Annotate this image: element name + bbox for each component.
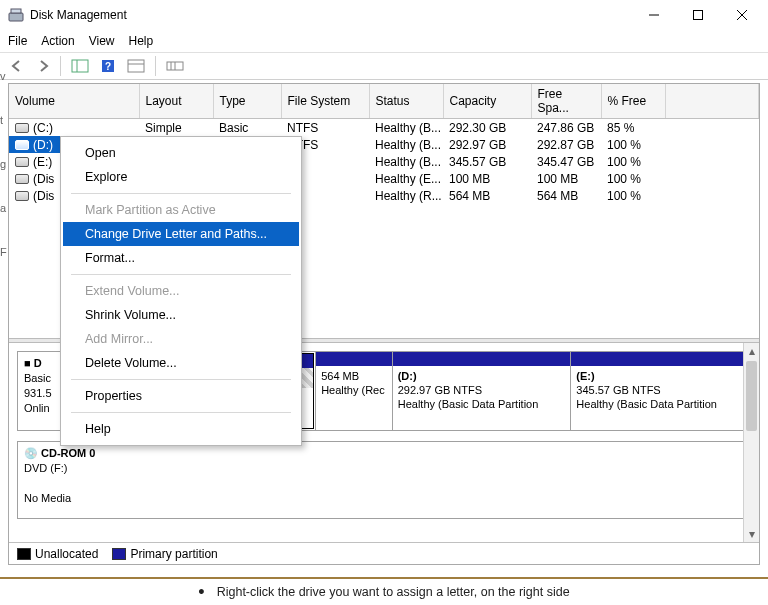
legend: Unallocated Primary partition <box>9 542 759 564</box>
ctx-shrink-volume[interactable]: Shrink Volume... <box>63 303 299 327</box>
menu-action[interactable]: Action <box>41 34 74 48</box>
cell-capacity: 292.30 GB <box>443 119 531 137</box>
ctx-change-drive-letter[interactable]: Change Drive Letter and Paths... <box>63 222 299 246</box>
disk-row-cdrom: 💿 CD-ROM 0 DVD (F:) No Media <box>17 441 751 519</box>
cell-free: 345.47 GB <box>531 153 601 170</box>
menu-bar: File Action View Help <box>0 30 768 52</box>
col-volume[interactable]: Volume <box>9 84 139 119</box>
col-filesystem[interactable]: File System <box>281 84 369 119</box>
table-row[interactable]: (C:)SimpleBasicNTFSHealthy (B...292.30 G… <box>9 119 759 137</box>
ctx-add-mirror: Add Mirror... <box>63 327 299 351</box>
nav-forward-button[interactable] <box>32 55 54 77</box>
col-capacity[interactable]: Capacity <box>443 84 531 119</box>
left-fragment: vtgaF <box>0 54 8 274</box>
minimize-button[interactable] <box>632 0 676 30</box>
partition-body: 564 MBHealthy (Rec <box>316 366 392 430</box>
partition-band <box>316 352 392 366</box>
col-status[interactable]: Status <box>369 84 443 119</box>
legend-primary-icon <box>112 548 126 560</box>
menu-help[interactable]: Help <box>129 34 154 48</box>
cell-free: 564 MB <box>531 187 601 204</box>
partition[interactable]: (E:)345.57 GB NTFSHealthy (Basic Data Pa… <box>571 352 750 430</box>
scroll-thumb[interactable] <box>746 361 757 431</box>
volume-name: (E:) <box>33 155 52 169</box>
partition-body: (D:)292.97 GB NTFSHealthy (Basic Data Pa… <box>393 366 571 430</box>
scroll-up-icon[interactable]: ▴ <box>744 343 759 359</box>
cell-pct: 100 % <box>601 136 665 153</box>
legend-unallocated: Unallocated <box>35 547 98 561</box>
disk0-title: D <box>34 357 42 369</box>
col-spacer <box>665 84 759 119</box>
app-icon <box>8 7 24 23</box>
cell-capacity: 345.57 GB <box>443 153 531 170</box>
footer-text: Right-click the drive you want to assign… <box>217 585 570 599</box>
legend-primary: Primary partition <box>130 547 217 561</box>
context-menu: Open Explore Mark Partition as Active Ch… <box>60 136 302 446</box>
cell-capacity: 564 MB <box>443 187 531 204</box>
svg-rect-1 <box>11 9 21 13</box>
ctx-format[interactable]: Format... <box>63 246 299 270</box>
ctx-explore[interactable]: Explore <box>63 165 299 189</box>
drive-icon <box>15 191 29 201</box>
volume-name: (D:) <box>33 138 53 152</box>
ctx-separator <box>71 379 291 380</box>
vertical-scrollbar[interactable]: ▴ ▾ <box>743 343 759 542</box>
col-type[interactable]: Type <box>213 84 281 119</box>
cell-free: 247.86 GB <box>531 119 601 137</box>
disk0-size: 931.5 <box>24 387 52 399</box>
cdrom-line3: No Media <box>24 492 71 504</box>
disk0-type: Basic <box>24 372 51 384</box>
col-layout[interactable]: Layout <box>139 84 213 119</box>
col-percentfree[interactable]: % Free <box>601 84 665 119</box>
ctx-mark-active: Mark Partition as Active <box>63 198 299 222</box>
footer-hint: Right-click the drive you want to assign… <box>0 577 768 605</box>
cdrom-title: CD-ROM 0 <box>41 447 95 459</box>
volume-name: (Dis <box>33 172 54 186</box>
partition[interactable]: 564 MBHealthy (Rec <box>316 352 393 430</box>
title-bar: Disk Management <box>0 0 768 30</box>
maximize-button[interactable] <box>676 0 720 30</box>
svg-rect-6 <box>72 60 88 72</box>
partition-band <box>571 352 750 366</box>
svg-rect-10 <box>128 60 144 72</box>
ctx-extend-volume: Extend Volume... <box>63 279 299 303</box>
svg-rect-0 <box>9 13 23 21</box>
cell-free: 292.87 GB <box>531 136 601 153</box>
menu-file[interactable]: File <box>8 34 27 48</box>
volume-name: (C:) <box>33 121 53 135</box>
cdrom-line2: DVD (F:) <box>24 462 67 474</box>
cell-pct: 100 % <box>601 187 665 204</box>
toolbar-separator <box>60 56 61 76</box>
toolbar-settings-icon[interactable] <box>162 55 188 77</box>
ctx-delete-volume[interactable]: Delete Volume... <box>63 351 299 375</box>
cell-pct: 85 % <box>601 119 665 137</box>
ctx-help[interactable]: Help <box>63 417 299 441</box>
nav-back-button[interactable] <box>6 55 28 77</box>
ctx-separator <box>71 412 291 413</box>
cell-fs: NTFS <box>281 119 369 137</box>
drive-icon <box>15 174 29 184</box>
cell-pct: 100 % <box>601 170 665 187</box>
partition-body: (E:)345.57 GB NTFSHealthy (Basic Data Pa… <box>571 366 750 430</box>
partition[interactable]: (D:)292.97 GB NTFSHealthy (Basic Data Pa… <box>393 352 572 430</box>
ctx-open[interactable]: Open <box>63 141 299 165</box>
disk0-status: Onlin <box>24 402 50 414</box>
cell-status: Healthy (B... <box>369 136 443 153</box>
cdrom-header[interactable]: 💿 CD-ROM 0 DVD (F:) No Media <box>18 442 750 518</box>
menu-view[interactable]: View <box>89 34 115 48</box>
scroll-down-icon[interactable]: ▾ <box>744 526 759 542</box>
col-freespace[interactable]: Free Spa... <box>531 84 601 119</box>
svg-text:?: ? <box>105 61 111 72</box>
cell-free: 100 MB <box>531 170 601 187</box>
ctx-separator <box>71 193 291 194</box>
drive-icon <box>15 140 29 150</box>
toolbar-help-icon[interactable]: ? <box>97 55 119 77</box>
toolbar-show-hide-icon[interactable] <box>67 55 93 77</box>
cell-type: Basic <box>213 119 281 137</box>
ctx-separator <box>71 274 291 275</box>
cell-status: Healthy (R... <box>369 187 443 204</box>
toolbar-refresh-icon[interactable] <box>123 55 149 77</box>
ctx-properties[interactable]: Properties <box>63 384 299 408</box>
close-button[interactable] <box>720 0 764 30</box>
cell-status: Healthy (B... <box>369 153 443 170</box>
